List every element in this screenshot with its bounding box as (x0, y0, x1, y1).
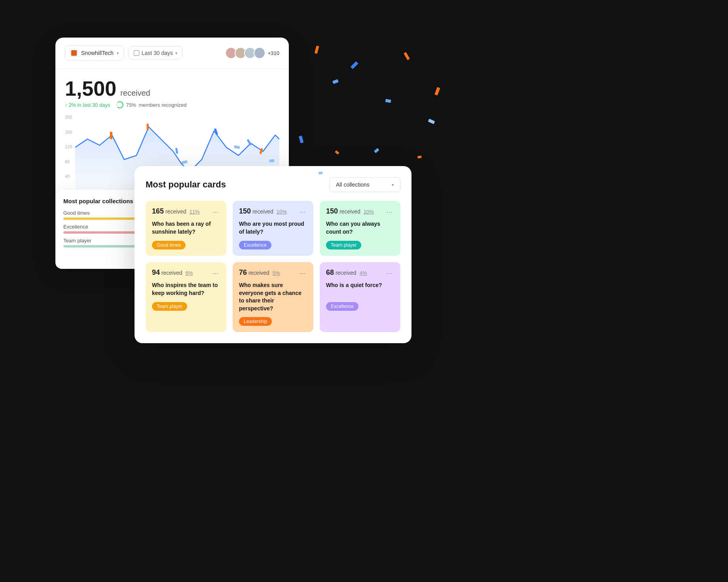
stats-section: 1,500 received ↑ 2% in last 30 days 75% … (55, 69, 289, 115)
card-stat-2: 150 received 10% (239, 207, 307, 215)
svg-rect-13 (332, 79, 339, 84)
svg-rect-19 (434, 87, 440, 96)
card-menu-btn-3[interactable]: ⋯ (385, 207, 394, 217)
popular-card-3: 150 received 10% Who can you always coun… (320, 201, 400, 256)
card-pct-2: 10% (277, 209, 287, 215)
svg-rect-3 (181, 160, 188, 164)
popular-card-2: 150 received 10% Who are you most proud … (233, 201, 313, 256)
svg-rect-16 (299, 136, 303, 143)
card-body-6: Who is a quiet force? (326, 282, 394, 297)
svg-rect-20 (374, 148, 379, 153)
filter-label: All collections (336, 181, 370, 188)
card-pct-5: 5% (273, 270, 280, 276)
card-label-2: received (252, 208, 275, 215)
popular-card-5: 76 received 5% Who makes sure everyone g… (233, 262, 313, 332)
cards-panel: Most popular cards All collections ▾ 165… (135, 166, 411, 343)
stat-meta: ↑ 2% in last 30 days 75% members recogni… (65, 101, 279, 108)
card-pct-6: 4% (360, 270, 367, 276)
popular-card-1: 165 received 11% Who has been a ray of s… (146, 201, 226, 256)
date-selector[interactable]: Last 30 days ▾ (129, 46, 182, 60)
trend-label: in last 30 days (77, 102, 110, 108)
filter-dropdown-icon: ▾ (392, 183, 394, 187)
cards-grid: 165 received 11% Who has been a ray of s… (146, 201, 400, 332)
card-body-4: Who inspires the team to keep working ha… (152, 282, 220, 297)
cards-panel-header: Most popular cards All collections ▾ (146, 177, 400, 192)
svg-rect-17 (428, 119, 435, 124)
avatars-group: +310 (225, 47, 279, 59)
card-pct-1: 11% (190, 209, 200, 215)
card-tag-3: Team player (326, 241, 361, 249)
chart-y-labels: 200 160 120 80 40 0 (65, 115, 72, 194)
date-dropdown-icon: ▾ (175, 51, 177, 55)
card-body-5: Who makes sure everyone gets a chance to… (239, 282, 307, 312)
trend-indicator: ↑ 2% in last 30 days (65, 102, 110, 108)
cards-panel-title: Most popular cards (146, 180, 226, 190)
card-menu-btn-1[interactable]: ⋯ (210, 207, 220, 217)
card-stat-4: 94 received 6% (152, 268, 220, 277)
card-label-5: received (248, 270, 271, 276)
main-stat: 1,500 received (65, 78, 279, 99)
card-tag-1: Good times (152, 241, 186, 249)
card-body-1: Who has been a ray of sunshine lately? (152, 220, 220, 236)
date-range-label: Last 30 days (142, 50, 173, 56)
card-count-5: 76 (239, 268, 247, 276)
card-label-4: received (161, 270, 184, 276)
card-tag-2: Excellence (239, 241, 271, 249)
svg-rect-8 (269, 159, 274, 162)
company-logo-inner (71, 50, 77, 56)
svg-rect-15 (351, 61, 358, 69)
company-name: SnowhillTech (81, 50, 114, 56)
calendar-icon (134, 50, 139, 56)
svg-rect-10 (335, 150, 339, 155)
card-menu-btn-5[interactable]: ⋯ (298, 268, 307, 278)
main-label: received (120, 89, 150, 98)
avatar-count: +310 (268, 50, 279, 56)
circle-progress-icon (116, 101, 123, 108)
card-menu-btn-6[interactable]: ⋯ (385, 268, 394, 278)
card-label-3: received (339, 208, 362, 215)
card-stat-1: 165 received 11% (152, 207, 220, 215)
y-label-160: 160 (65, 130, 72, 134)
card-count-3: 150 (326, 207, 338, 215)
collections-filter[interactable]: All collections ▾ (329, 177, 400, 192)
svg-rect-1 (147, 124, 149, 130)
card-tag-4: Team player (152, 302, 187, 311)
avatar-4 (254, 47, 265, 59)
y-label-40: 40 (65, 174, 72, 179)
card-stat-3: 150 received 10% (326, 207, 394, 215)
svg-rect-9 (315, 45, 319, 54)
svg-rect-5 (234, 145, 240, 149)
svg-rect-14 (385, 99, 391, 103)
card-label-1: received (165, 208, 188, 215)
trend-pct: 2% (69, 102, 76, 108)
recognized-label: members recognized (138, 102, 186, 108)
card-menu-btn-2[interactable]: ⋯ (298, 207, 307, 217)
company-dropdown-icon: ▾ (117, 51, 119, 55)
popular-card-6: 68 received 4% Who is a quiet force? Exc… (320, 262, 400, 332)
card-stat-6: 68 received 4% (326, 268, 394, 277)
card-pct-4: 6% (186, 270, 193, 276)
company-selector[interactable]: SnowhillTech ▾ (65, 45, 124, 60)
card-count-6: 68 (326, 268, 334, 276)
card-count-2: 150 (239, 207, 251, 215)
card-count-4: 94 (152, 268, 160, 276)
company-logo (70, 49, 78, 57)
card-stat-5: 76 received 5% (239, 268, 307, 277)
card-menu-btn-4[interactable]: ⋯ (210, 268, 220, 278)
card-body-3: Who can you always count on? (326, 220, 394, 236)
svg-rect-0 (110, 132, 112, 139)
svg-rect-2 (175, 148, 178, 154)
popular-card-4: 94 received 6% Who inspires the team to … (146, 262, 226, 332)
main-number: 1,500 (65, 78, 116, 99)
y-label-120: 120 (65, 144, 72, 149)
members-recognized: 75% members recognized (116, 101, 186, 108)
recognized-pct: 75% (126, 102, 136, 108)
y-label-200: 200 (65, 115, 72, 119)
card-pct-3: 10% (364, 209, 374, 215)
svg-rect-11 (417, 155, 422, 159)
analytics-header: SnowhillTech ▾ Last 30 days ▾ +310 (55, 38, 289, 69)
svg-rect-12 (404, 52, 410, 60)
y-label-80: 80 (65, 159, 72, 164)
card-label-6: received (336, 270, 358, 276)
card-tag-6: Excellence (326, 302, 358, 311)
